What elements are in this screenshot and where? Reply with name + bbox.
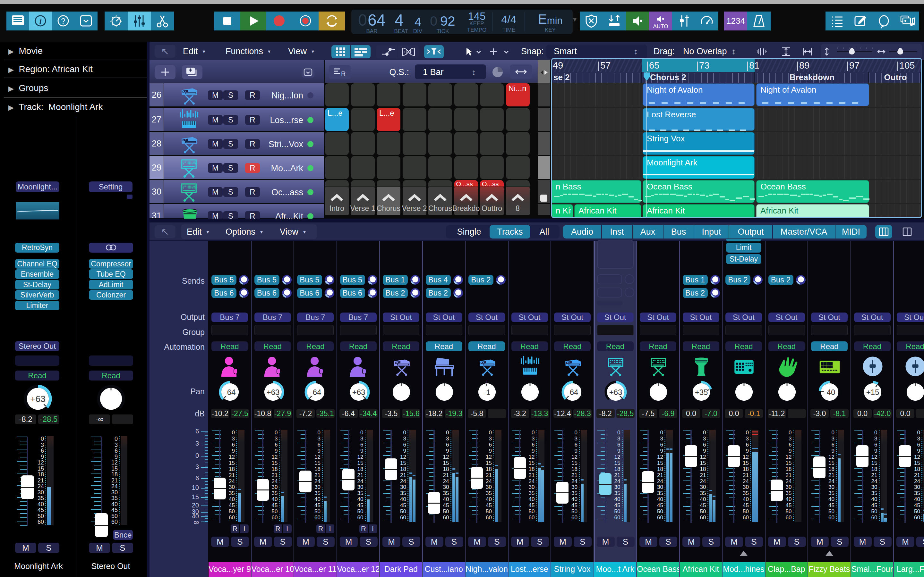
svg-text:+63: +63 (609, 388, 622, 396)
svg-text:+63: +63 (352, 388, 365, 396)
svg-text:-40: -40 (824, 388, 835, 396)
svg-text:R: R (341, 70, 346, 77)
svg-text:1234: 1234 (726, 16, 745, 26)
svg-text:+63: +63 (30, 394, 45, 404)
svg-text:-64: -64 (310, 388, 321, 396)
svg-text:+63: +63 (266, 388, 279, 396)
svg-text:+35: +35 (695, 388, 708, 396)
svg-text:?: ? (61, 17, 65, 25)
svg-text:-64: -64 (567, 388, 578, 396)
svg-text:i: i (39, 17, 42, 25)
svg-text:AUTO: AUTO (653, 23, 668, 29)
svg-text:+15: +15 (866, 388, 879, 396)
svg-text:-64: -64 (225, 388, 236, 396)
svg-text:-1: -1 (483, 388, 490, 396)
